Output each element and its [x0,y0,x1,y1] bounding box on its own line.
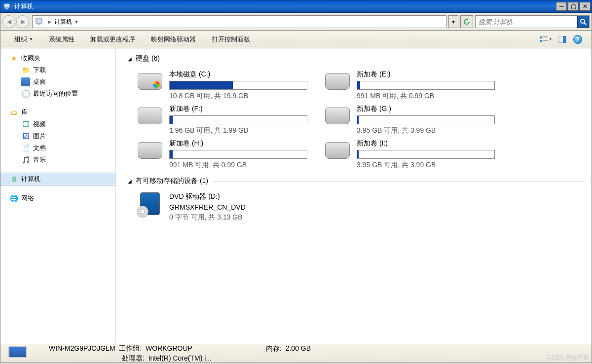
window-title: 计算机 [14,2,556,11]
drive-name: 本地磁盘 (C:) [169,70,317,79]
download-icon: 📁 [21,66,30,74]
preview-pane-button[interactable] [555,34,569,45]
drive-name: 新加卷 (H:) [169,139,317,148]
usage-bar [357,81,495,90]
drive-stat: 1.96 GB 可用, 共 1.99 GB [169,126,317,135]
back-button[interactable]: ◀ [2,15,15,28]
videos-library[interactable]: 🎞视频 [0,118,115,130]
library-icon: 🗂 [9,108,18,117]
svg-rect-0 [4,3,10,8]
usage-bar [169,115,307,124]
status-workgroup-label: 工作组: [119,344,142,352]
breadcrumb-drop-icon[interactable]: ▾ [72,18,81,25]
drive-item[interactable]: 新加卷 (E:)991 MB 可用, 共 0.99 GB [320,68,508,103]
map-network-drive-button[interactable]: 映射网络驱动器 [143,31,204,48]
address-bar[interactable]: ▸ 计算机 ▾ [32,15,446,28]
drive-stat: 3.95 GB 可用, 共 3.99 GB [357,161,505,170]
computer-icon [36,18,43,26]
dvd-drive-item[interactable]: DVD 驱动器 (D:)GRMSXFRER_CN_DVD0 字节 可用, 共 3… [133,190,320,224]
details-pane: WIN-M2G9PJOJGLM 工作组: WORKGROUP 内存: 2.00 … [0,344,592,363]
drive-name: 新加卷 (I:) [357,139,505,148]
recent-places-link[interactable]: 🕘最近访问的位置 [0,88,115,100]
navigation-bar: ◀ ▶ ▸ 计算机 ▾ ▾ [0,13,592,31]
drive-item[interactable]: 新加卷 (F:)1.96 GB 可用, 共 1.99 GB [133,103,320,137]
music-icon: 🎵 [21,155,30,164]
maximize-button[interactable]: ▢ [568,2,579,11]
star-icon: ★ [9,54,18,63]
favorites-group[interactable]: ★收藏夹 [0,52,115,64]
drive-item[interactable]: 新加卷 (H:)991 MB 可用, 共 0.99 GB [133,137,320,172]
drive-name: DVD 驱动器 (D:) [169,192,317,201]
pictures-library[interactable]: 🖼图片 [0,130,115,142]
open-control-panel-button[interactable]: 打开控制面板 [204,31,258,48]
drive-item[interactable]: 本地磁盘 (C:)10.8 GB 可用, 共 19.9 GB [133,68,320,103]
drive-name: 新加卷 (F:) [169,105,317,113]
hdd-section-header[interactable]: ◢ 硬盘 (6) [128,54,586,63]
view-options-button[interactable]: ▼ [539,34,553,45]
network-node[interactable]: 🌐网络 [0,192,115,204]
search-input[interactable] [476,18,577,26]
desktop-link[interactable]: 桌面 [0,76,115,88]
drive-name: 新加卷 (E:) [357,70,505,79]
system-properties-button[interactable]: 系统属性 [41,31,82,48]
svg-rect-1 [5,8,8,9]
hdd-icon [323,70,352,93]
drive-stat: 991 MB 可用, 共 0.99 GB [357,92,505,101]
status-hostname: WIN-M2G9PJOJGLM [49,344,115,352]
svg-rect-3 [37,24,40,25]
refresh-button[interactable] [460,15,473,28]
search-box[interactable] [475,15,590,28]
drive-stat: 3.95 GB 可用, 共 3.99 GB [357,126,505,135]
computer-node[interactable]: 🖥计算机 [0,173,115,185]
window-titlebar: 计算机 ─ ▢ ✕ [0,0,592,13]
drive-label: GRMSXFRER_CN_DVD [169,203,317,211]
hdd-icon [136,139,164,162]
close-button[interactable]: ✕ [580,2,591,11]
svg-point-4 [581,19,585,23]
svg-rect-8 [540,40,542,42]
usage-bar [169,81,307,90]
status-memory-label: 内存: [266,344,282,352]
drive-stat: 0 字节 可用, 共 3.13 GB [169,213,317,222]
svg-line-5 [584,23,586,25]
uninstall-programs-button[interactable]: 卸载或更改程序 [82,31,143,48]
hdd-icon [323,105,352,127]
breadcrumb-current[interactable]: 计算机 [54,18,72,26]
usage-bar [357,115,495,124]
usage-bar [169,150,307,159]
svg-rect-6 [540,36,542,38]
navigation-pane: ★收藏夹 📁下载 桌面 🕘最近访问的位置 🗂库 🎞视频 🖼图片 📄文档 🎵音乐 … [0,48,116,344]
dvd-icon [136,192,164,215]
removable-section-header[interactable]: ◢ 有可移动存储的设备 (1) [128,177,586,185]
downloads-link[interactable]: 📁下载 [0,64,115,76]
document-icon: 📄 [21,144,30,152]
content-pane: ◢ 硬盘 (6) 本地磁盘 (C:)10.8 GB 可用, 共 19.9 GB新… [116,48,592,344]
documents-library[interactable]: 📄文档 [0,142,115,154]
drive-item[interactable]: 新加卷 (G:)3.95 GB 可用, 共 3.99 GB [320,103,508,137]
address-history-drop[interactable]: ▾ [448,15,458,28]
drive-stat: 10.8 GB 可用, 共 19.9 GB [169,92,317,101]
hdd-icon [136,105,164,127]
status-cpu-label: 处理器: [122,354,145,362]
svg-rect-7 [543,36,548,37]
minimize-button[interactable]: ─ [556,2,567,11]
collapse-icon: ◢ [128,56,132,62]
status-memory: 2.00 GB [286,344,311,352]
network-icon: 🌐 [9,194,18,203]
desktop-icon [21,77,30,86]
drive-item[interactable]: 新加卷 (I:)3.95 GB 可用, 共 3.99 GB [320,137,508,172]
forward-button[interactable]: ▶ [16,15,29,28]
svg-rect-2 [36,19,42,23]
watermark: CSDN @汝严君 [547,354,589,362]
music-library[interactable]: 🎵音乐 [0,154,115,166]
usage-bar [357,150,495,159]
status-workgroup: WORKGROUP [146,344,192,352]
breadcrumb-sep: ▸ [45,18,54,25]
help-button[interactable]: ? [571,34,585,45]
search-button[interactable] [577,16,589,28]
computer-large-icon [4,345,34,362]
explorer-toolbar: 组织▼ 系统属性 卸载或更改程序 映射网络驱动器 打开控制面板 ▼ ? [0,31,592,48]
picture-icon: 🖼 [21,132,30,141]
organize-menu[interactable]: 组织▼ [6,31,41,48]
libraries-group[interactable]: 🗂库 [0,107,115,118]
